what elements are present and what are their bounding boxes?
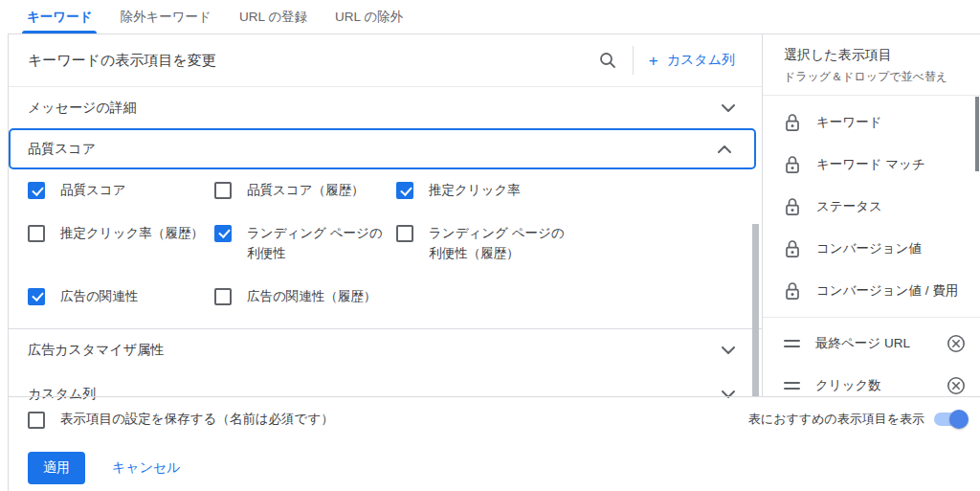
tab-bar: キーワード 除外キーワード URL の登録 URL の除外 bbox=[0, 0, 980, 33]
remove-column-button[interactable] bbox=[946, 375, 967, 395]
checkbox bbox=[28, 225, 45, 242]
sidebar-title: 選択した表示項目 bbox=[784, 47, 980, 64]
lock-icon bbox=[784, 239, 801, 258]
checkbox bbox=[214, 182, 232, 199]
checkbox-expected-ctr-hist[interactable]: 推定クリック率（履歴） bbox=[28, 224, 214, 264]
draggable-item-final-url[interactable]: 最終ページ URL bbox=[763, 323, 980, 365]
selected-columns-header: 選択した表示項目 ドラッグ＆ドロップで並べ替え bbox=[763, 34, 980, 96]
tab-url-register[interactable]: URL の登録 bbox=[239, 0, 307, 33]
chevron-down-icon bbox=[722, 104, 735, 112]
section-ad-customizer[interactable]: 広告カスタマイザ属性 bbox=[9, 328, 762, 372]
checkbox-quality-score-hist[interactable]: 品質スコア（履歴） bbox=[214, 181, 396, 201]
dialog-footer: 表示項目の設定を保存する（名前は必須です） 表におすすめの表示項目を表示 適用 … bbox=[9, 396, 980, 491]
column-settings-dialog: キーワードの表示項目を変更 + カスタム列 メッセージの詳細 bbox=[8, 33, 980, 491]
checkbox bbox=[396, 182, 413, 199]
tab-keywords[interactable]: キーワード bbox=[27, 0, 92, 33]
checkbox bbox=[214, 225, 232, 242]
tab-url-exclude[interactable]: URL の除外 bbox=[335, 0, 403, 33]
checkbox-quality-score[interactable]: 品質スコア bbox=[28, 181, 214, 201]
apply-button[interactable]: 適用 bbox=[28, 452, 85, 484]
locked-item-keyword-match: キーワード マッチ bbox=[763, 144, 980, 186]
checkbox bbox=[28, 412, 45, 429]
drag-handle-icon[interactable] bbox=[784, 340, 800, 347]
plus-icon: + bbox=[649, 53, 658, 69]
list-divider bbox=[763, 317, 980, 318]
cancel-button[interactable]: キャンセル bbox=[100, 452, 192, 484]
toggle-label: 表におすすめの表示項目を表示 bbox=[748, 411, 924, 428]
checkbox-landing-page-exp[interactable]: ランディング ページの利便性 bbox=[214, 224, 396, 264]
locked-item-conversion-value: コンバージョン値 bbox=[763, 228, 980, 270]
selected-columns-panel: 選択した表示項目 ドラッグ＆ドロップで並べ替え キーワード キーワード マッチ … bbox=[763, 34, 980, 396]
chevron-up-icon bbox=[718, 145, 731, 153]
search-button[interactable] bbox=[594, 47, 621, 74]
locked-item-status: ステータス bbox=[763, 186, 980, 228]
header-divider bbox=[633, 46, 634, 75]
custom-column-button[interactable]: + カスタム列 bbox=[647, 48, 737, 73]
toggle-knob bbox=[949, 410, 969, 429]
remove-column-button[interactable] bbox=[946, 333, 967, 354]
section-message-details[interactable]: メッセージの詳細 bbox=[9, 87, 762, 128]
recommended-columns-toggle[interactable] bbox=[934, 413, 967, 426]
checkbox bbox=[396, 225, 413, 242]
drag-handle-icon[interactable] bbox=[784, 382, 800, 390]
column-options-panel: キーワードの表示項目を変更 + カスタム列 メッセージの詳細 bbox=[9, 34, 763, 396]
section-quality-score[interactable]: 品質スコア bbox=[9, 128, 756, 169]
checkbox bbox=[214, 288, 232, 305]
search-icon bbox=[598, 51, 617, 70]
chevron-down-icon bbox=[722, 346, 735, 354]
checkbox bbox=[28, 182, 45, 199]
draggable-item-clicks[interactable]: クリック数 bbox=[763, 365, 980, 395]
checkbox-expected-ctr[interactable]: 推定クリック率 bbox=[396, 181, 762, 201]
selected-columns-list: キーワード キーワード マッチ ステータス コンバージョン値 コンバージョン値 … bbox=[763, 96, 980, 395]
lock-icon bbox=[784, 281, 801, 301]
locked-item-conversion-value-cost: コンバージョン値 / 費用 bbox=[763, 270, 980, 312]
main-scrollbar[interactable] bbox=[752, 224, 759, 396]
sidebar-subtitle: ドラッグ＆ドロップで並べ替え bbox=[784, 69, 980, 85]
save-column-set-checkbox[interactable]: 表示項目の設定を保存する（名前は必須です） bbox=[28, 410, 334, 430]
lock-icon bbox=[784, 197, 801, 216]
checkbox-ad-relevance-hist[interactable]: 広告の関連性（履歴） bbox=[214, 287, 396, 307]
quality-score-options: 品質スコア 品質スコア（履歴） 推定クリック率 推定クリック率（履歴） ランディ… bbox=[9, 169, 762, 328]
tab-negative-keywords[interactable]: 除外キーワード bbox=[120, 0, 211, 33]
lock-icon bbox=[784, 155, 801, 174]
checkbox-ad-relevance[interactable]: 広告の関連性 bbox=[28, 287, 214, 307]
panel-header: キーワードの表示項目を変更 + カスタム列 bbox=[9, 34, 762, 87]
locked-item-keyword: キーワード bbox=[763, 101, 980, 144]
sidebar-scrollbar[interactable] bbox=[975, 97, 979, 171]
checkbox-landing-page-exp-hist[interactable]: ランディング ページの利便性（履歴） bbox=[396, 224, 762, 264]
recommended-columns-toggle-group: 表におすすめの表示項目を表示 bbox=[748, 411, 967, 428]
checkbox bbox=[28, 288, 45, 305]
page-title: キーワードの表示項目を変更 bbox=[28, 52, 594, 70]
lock-icon bbox=[784, 113, 801, 132]
